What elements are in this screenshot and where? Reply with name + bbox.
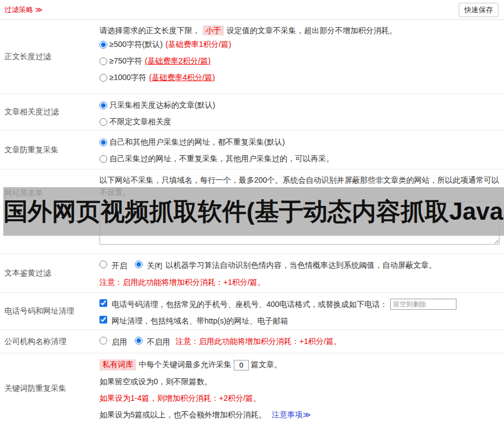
radio-option-porn-on[interactable]: 开启 — [99, 261, 127, 271]
checkbox-phone-input[interactable] — [99, 299, 107, 307]
rate-note-750: (基础费率2积分/篇) — [145, 56, 211, 66]
keyword-note-five-line: 如果设为5篇或以上，也不会额外增加积分消耗。 注意事项≫ — [99, 406, 500, 423]
radio-dedup-self-input[interactable] — [99, 155, 107, 163]
radio-relevance-any-label: 不限定文章相关度 — [109, 117, 171, 127]
checkbox-option-phone[interactable]: 电话号码清理，包括常见的手机号、座机号、400电话格式，或替换成如下电话： — [99, 299, 387, 310]
section-label-body-length: 正文长度过滤 — [0, 20, 96, 93]
rate-note-500: (基础费率1积分/篇) — [165, 40, 231, 50]
radio-option-dedup-all[interactable]: 自己和其他用户采集过的网址，都不重复采集(默认) — [99, 134, 500, 151]
porn-description: 以机器学习算法自动识别色情内容，当色情概率达到系统阈值，自动屏蔽文章。 — [166, 261, 437, 271]
section-content-keyword: 私有词库 中每个关键词最多允许采集 篇文章。 如果留空或设为0，则不限篇数。 如… — [96, 353, 504, 424]
radio-company-off-input[interactable] — [135, 337, 143, 344]
section-content-company: 启用 不启用 注意：启用此功能将增加积分消耗：+1积分/篇。 — [96, 330, 504, 353]
checkbox-url-label: 网址清理，包括纯域名、带http(s)的网址、电子邮箱 — [112, 316, 288, 325]
section-body-length-filter: 正文长度过滤 请选择需求的正文长度下限，小于设定值的文章不采集，超出部分不增加积… — [0, 20, 504, 94]
section-content-porn: 开启 关闭 以机器学习算法自动识别色情内容，当色情概率达到系统阈值，自动屏蔽文章… — [96, 254, 504, 292]
quick-save-button[interactable]: 快速保存 — [459, 3, 498, 17]
radio-option-porn-off[interactable]: 关闭 — [135, 261, 162, 271]
checkbox-phone-label: 电话号码清理，包括常见的手机号、座机号、400电话格式，或替换成如下电话： — [112, 300, 387, 309]
keyword-note-empty: 如果留空或设为0，则不限篇数。 — [99, 373, 500, 390]
rate-note-1000: (基础费率4积分/篇) — [149, 73, 215, 83]
notice-link[interactable]: 注意事项≫ — [272, 410, 311, 419]
checkbox-option-url[interactable]: 网址清理，包括纯域名、带http(s)的网址、电子邮箱 — [99, 316, 288, 326]
radio-option-relevance-strict[interactable]: 只采集相关度达标的文章(默认) — [99, 97, 500, 114]
section-label-keyword: 关键词防重复采集 — [0, 353, 96, 424]
radio-1000-input[interactable] — [99, 74, 107, 82]
keyword-limit-suffix: 篇文章。 — [251, 360, 282, 370]
radio-dedup-self-label: 自己采集过的网址，不重复采集，其他用户采集过的，可以再采。 — [109, 154, 334, 164]
radio-750-label: ≥750字符 — [109, 56, 142, 66]
watermark-banner: 国外网页视频抓取软件(基于动态内容抓取JavaS — [3, 187, 504, 236]
radio-company-on-label: 启用 — [112, 337, 127, 346]
watermark-text: 国外网页视频抓取软件(基于动态内容抓取JavaS — [3, 199, 504, 224]
page-title[interactable]: 过滤策略 ≫ — [4, 5, 43, 15]
radio-option-company-off[interactable]: 不启用 — [135, 337, 170, 347]
radio-dedup-all-input[interactable] — [99, 139, 107, 146]
section-porn-filter: 文本鉴黄过滤 开启 关闭 以机器学习算法自动识别色情内容，当色情概率达到系统阈值… — [0, 254, 504, 293]
radio-option-1000[interactable]: ≥1000字符 (基础费率4积分/篇) — [99, 70, 500, 86]
radio-option-dedup-self[interactable]: 自己采集过的网址，不重复采集，其他用户采集过的，可以再采。 — [99, 151, 500, 167]
keyword-limit-input[interactable] — [234, 360, 249, 370]
checkbox-url-input[interactable] — [99, 316, 107, 324]
radio-relevance-any-input[interactable] — [99, 118, 107, 126]
section-company-name-cleanup: 公司机构名称清理 启用 不启用 注意：启用此功能将增加积分消耗：+1积分/篇。 — [0, 330, 504, 353]
radio-750-input[interactable] — [99, 57, 107, 65]
section-label-porn: 文本鉴黄过滤 — [0, 254, 96, 292]
section-content-body-length: 请选择需求的正文长度下限，小于设定值的文章不采集，超出部分不增加积分消耗。 ≥5… — [96, 20, 504, 93]
radio-500-input[interactable] — [99, 41, 107, 49]
keyword-note-five: 如果设为5篇或以上，也不会额外增加积分消耗。 — [99, 410, 266, 419]
intro-text-before: 请选择需求的正文长度下限， — [99, 26, 200, 35]
radio-option-500[interactable]: ≥500字符(默认) (基础费率1积分/篇) — [99, 36, 500, 53]
private-lexicon-highlight: 私有词库 — [99, 359, 136, 370]
radio-500-label: ≥500字符(默认) — [109, 40, 162, 50]
intro-text-after: 设定值的文章不采集，超出部分不增加积分消耗。 — [227, 26, 397, 35]
section-phone-url-cleanup: 电话号码和网址清理 电话号码清理，包括常见的手机号、座机号、400电话格式，或替… — [0, 293, 504, 330]
keyword-limit-text: 中每个关键词最多允许采集 — [139, 360, 232, 370]
section-label-phone: 电话号码和网址清理 — [0, 293, 96, 330]
radio-option-company-on[interactable]: 启用 — [99, 337, 127, 347]
radio-relevance-strict-label: 只采集相关度达标的文章(默认) — [109, 100, 215, 110]
intro-highlight: 小于 — [203, 25, 224, 35]
radio-option-relevance-any[interactable]: 不限定文章相关度 — [99, 114, 500, 130]
section-keyword-dedup: 关键词防重复采集 私有词库 中每个关键词最多允许采集 篇文章。 如果留空或设为0… — [0, 353, 504, 424]
radio-porn-off-label: 关闭 — [147, 261, 162, 270]
radio-option-750[interactable]: ≥750字符 (基础费率2积分/篇) — [99, 53, 500, 70]
radio-dedup-all-label: 自己和其他用户采集过的网址，都不重复采集(默认) — [109, 137, 285, 147]
section-content-relevance: 只采集相关度达标的文章(默认) 不限定文章相关度 — [96, 94, 504, 130]
topbar: 过滤策略 ≫ 快速保存 — [0, 0, 504, 20]
radio-relevance-strict-input[interactable] — [99, 102, 107, 109]
radio-1000-label: ≥1000字符 — [109, 73, 146, 83]
radio-company-on-input[interactable] — [99, 337, 107, 344]
section-content-phone: 电话号码清理，包括常见的手机号、座机号、400电话格式，或替换成如下电话： 网址… — [96, 293, 504, 330]
section-relevance-filter: 文章相关度过滤 只采集相关度达标的文章(默认) 不限定文章相关度 — [0, 94, 504, 131]
keyword-note-cost: 如果设为1-4篇，则增加积分消耗：+2积分/篇。 — [99, 390, 500, 406]
phone-cleanup-line: 电话号码清理，包括常见的手机号、座机号、400电话格式，或替换成如下电话： — [99, 296, 500, 312]
phone-replace-input[interactable] — [390, 299, 456, 310]
porn-options-line: 开启 关闭 以机器学习算法自动识别色情内容，当色情概率达到系统阈值，自动屏蔽文章… — [99, 257, 500, 274]
radio-company-off-label: 不启用 — [147, 337, 170, 346]
section-content-dedup: 自己和其他用户采集过的网址，都不重复采集(默认) 自己采集过的网址，不重复采集，… — [96, 131, 504, 169]
porn-cost-note: 注意：启用此功能将增加积分消耗：+1积分/篇。 — [99, 274, 500, 290]
length-intro: 请选择需求的正文长度下限，小于设定值的文章不采集，超出部分不增加积分消耗。 — [99, 23, 500, 36]
company-options-line: 启用 不启用 注意：启用此功能将增加积分消耗：+1积分/篇。 — [99, 333, 500, 350]
section-label-dedup: 文章防重复采集 — [0, 131, 96, 169]
section-label-company: 公司机构名称清理 — [0, 330, 96, 353]
section-label-relevance: 文章相关度过滤 — [0, 94, 96, 130]
radio-porn-on-input[interactable] — [99, 261, 107, 268]
url-cleanup-line: 网址清理，包括纯域名、带http(s)的网址、电子邮箱 — [99, 312, 500, 329]
keyword-limit-line: 私有词库 中每个关键词最多允许采集 篇文章。 — [99, 357, 500, 373]
radio-porn-off-input[interactable] — [135, 261, 143, 268]
section-dedup-filter: 文章防重复采集 自己和其他用户采集过的网址，都不重复采集(默认) 自己采集过的网… — [0, 131, 504, 169]
radio-porn-on-label: 开启 — [112, 261, 127, 270]
company-cost-note: 注意：启用此功能将增加积分消耗：+1积分/篇。 — [176, 337, 342, 347]
filter-strategy-page: 过滤策略 ≫ 快速保存 正文长度过滤 请选择需求的正文长度下限，小于设定值的文章… — [0, 0, 504, 424]
